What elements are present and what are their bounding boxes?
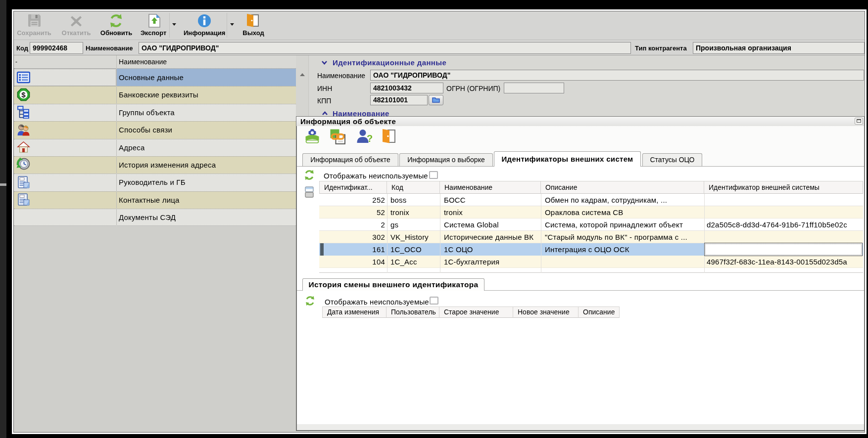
svg-text:$: $ [21,90,26,99]
svg-text:?: ? [367,133,373,144]
